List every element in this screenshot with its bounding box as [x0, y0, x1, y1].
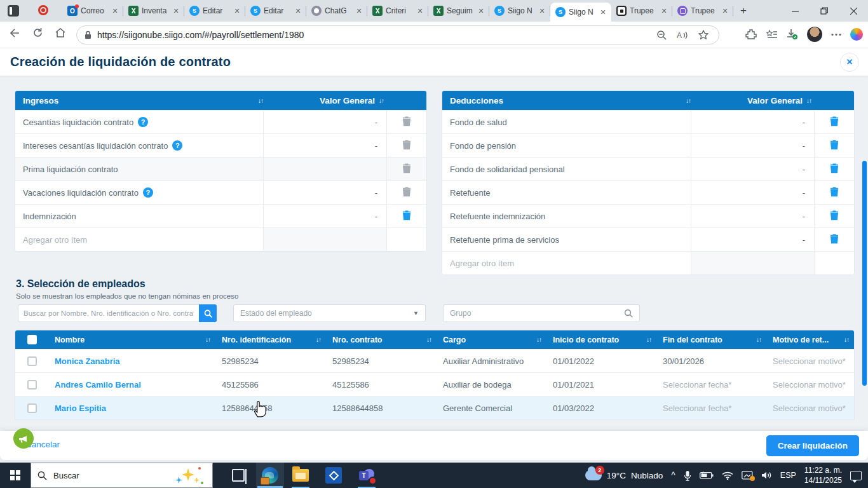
extensions-icon[interactable] [745, 29, 757, 40]
tab-inventario[interactable]: Inventa [123, 0, 184, 22]
tab-siigo-1[interactable]: Siigo N [489, 0, 550, 22]
sort-icon[interactable] [844, 336, 849, 343]
taskbar-search-box[interactable]: Buscar [31, 463, 213, 488]
sort-icon[interactable] [686, 97, 691, 104]
modal-close-button[interactable] [840, 53, 859, 72]
employee-name-link[interactable]: Andres Camilo Bernal [55, 380, 141, 390]
cell-fin-fecha[interactable]: Seleccionar fecha* [656, 396, 766, 419]
taskbar-explorer[interactable] [287, 463, 315, 488]
trash-icon[interactable] [402, 116, 411, 128]
search-button[interactable] [199, 304, 217, 322]
announcement-badge[interactable] [13, 428, 34, 449]
taskbar-clock[interactable]: 11:22 a. m. 14/11/2025 [804, 465, 842, 485]
tab-correo[interactable]: Correo [62, 0, 123, 22]
vertical-tabs-icon[interactable] [8, 5, 19, 17]
copilot-sparkles-icon[interactable] [174, 467, 203, 485]
close-window-button[interactable] [839, 0, 868, 22]
taskbar-teams[interactable]: T [353, 463, 381, 488]
sort-icon[interactable] [536, 336, 541, 343]
profile-avatar[interactable] [807, 27, 822, 42]
wifi-icon[interactable] [722, 471, 733, 480]
address-bar[interactable]: https://siigonube.siigo.com/#/payroll/se… [76, 25, 719, 44]
trash-icon[interactable] [830, 210, 839, 222]
tab-close-icon[interactable] [355, 7, 363, 15]
favorite-star-icon[interactable] [698, 30, 709, 40]
tab-criterios[interactable]: Criteri [367, 0, 428, 22]
item-value[interactable]: - [263, 205, 386, 227]
help-icon[interactable] [143, 187, 153, 198]
minimize-button[interactable] [780, 0, 810, 22]
item-value[interactable]: - [263, 134, 386, 157]
row-checkbox[interactable] [27, 380, 37, 390]
sort-icon[interactable] [379, 97, 384, 104]
url-text[interactable]: https://siigonube.siigo.com/#/payroll/se… [97, 30, 656, 40]
grupo-input[interactable] [450, 309, 624, 318]
battery-icon[interactable] [700, 471, 714, 479]
search-icon[interactable] [624, 309, 633, 318]
tab-editar-2[interactable]: Editar [245, 0, 306, 22]
trash-icon[interactable] [402, 140, 411, 152]
trash-icon[interactable] [830, 140, 839, 152]
tab-close-icon[interactable] [721, 7, 729, 15]
item-value[interactable]: - [691, 134, 814, 157]
employee-name-link[interactable]: Mario Espitia [55, 403, 106, 413]
tab-close-icon[interactable] [233, 7, 241, 15]
notification-center-icon[interactable] [850, 471, 862, 480]
copilot-icon[interactable] [850, 28, 863, 41]
tray-expand-icon[interactable] [671, 470, 675, 480]
item-value[interactable]: - [691, 158, 814, 180]
start-button[interactable] [0, 463, 31, 488]
employee-search-input[interactable] [18, 304, 199, 322]
trash-icon[interactable] [830, 116, 839, 128]
tab-close-icon[interactable] [172, 7, 180, 15]
task-view-button[interactable] [224, 463, 252, 488]
add-item-input[interactable]: Agregar otro ítem [450, 259, 514, 268]
menu-dots-icon[interactable] [831, 33, 841, 36]
item-value[interactable]: - [691, 228, 814, 251]
restore-button[interactable] [810, 0, 839, 22]
cell-motivo-select[interactable]: Seleccionar motivo* [766, 349, 854, 372]
back-button[interactable] [6, 27, 22, 43]
weather-widget[interactable]: 2 19°C Nublado [585, 470, 663, 480]
item-value[interactable]: - [691, 181, 814, 204]
favorites-hub-icon[interactable] [766, 29, 777, 39]
item-value[interactable]: - [263, 181, 386, 204]
sort-icon[interactable] [756, 336, 761, 343]
item-value[interactable]: - [263, 111, 386, 133]
sort-icon[interactable] [316, 336, 321, 343]
tab-chatgpt[interactable]: ChatG [306, 0, 367, 22]
employee-name-link[interactable]: Monica Zanabria [55, 356, 120, 366]
row-checkbox[interactable] [27, 356, 37, 366]
select-all-checkbox[interactable] [27, 335, 37, 344]
cast-icon[interactable] [742, 471, 753, 480]
trash-icon[interactable] [830, 187, 839, 199]
tab-close-icon[interactable] [538, 7, 546, 15]
help-icon[interactable] [172, 140, 182, 151]
sort-icon[interactable] [258, 97, 263, 104]
cell-motivo-select[interactable]: Seleccionar motivo* [766, 396, 854, 419]
vertical-scrollbar[interactable] [862, 161, 867, 386]
microphone-icon[interactable] [684, 470, 691, 481]
tab-seguimiento[interactable]: Seguim [428, 0, 489, 22]
language-indicator[interactable]: ESP [780, 471, 796, 480]
tab-close-icon[interactable] [660, 7, 668, 15]
tab-close-icon[interactable] [477, 7, 485, 15]
taskbar-edge[interactable] [256, 463, 284, 488]
create-settlement-button[interactable]: Crear liquidación [766, 435, 859, 456]
add-item-input[interactable]: Agregar otro ítem [23, 235, 87, 245]
trash-icon[interactable] [830, 163, 839, 175]
cell-fin-fecha[interactable]: 30/01/2026 [656, 349, 766, 372]
cell-motivo-select[interactable]: Seleccionar motivo* [766, 373, 854, 396]
tab-close-icon[interactable] [294, 7, 302, 15]
sort-icon[interactable] [205, 336, 210, 343]
home-button[interactable] [53, 27, 68, 43]
speaker-icon[interactable] [761, 471, 772, 480]
new-tab-button[interactable] [736, 4, 751, 19]
trash-icon[interactable] [402, 187, 411, 199]
sort-icon[interactable] [646, 336, 651, 343]
cell-fin-fecha[interactable]: Seleccionar fecha* [656, 373, 766, 396]
zoom-out-icon[interactable] [656, 30, 667, 40]
tab-close-icon[interactable] [111, 7, 119, 15]
read-aloud-icon[interactable]: A [677, 30, 688, 40]
trash-icon[interactable] [402, 163, 411, 175]
